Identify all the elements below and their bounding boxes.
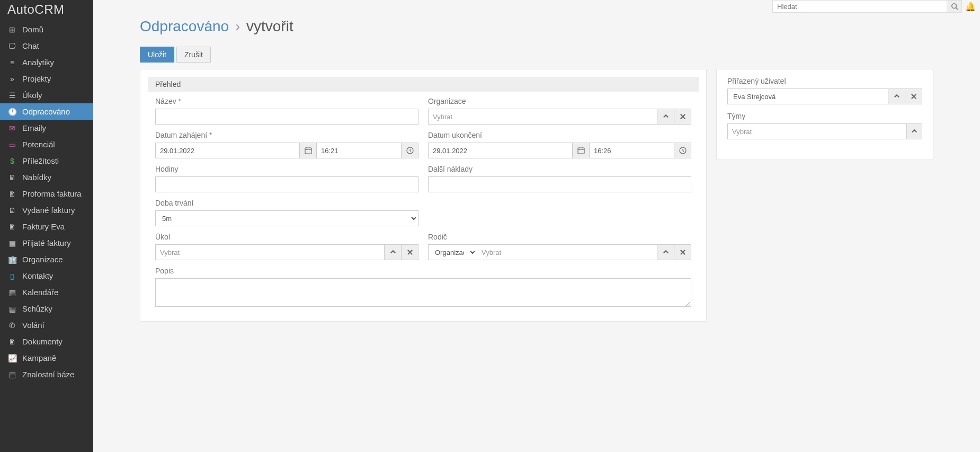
book-icon: ▤ [7, 370, 17, 379]
action-bar: Uložit Zrušit [140, 47, 933, 63]
sidebar-item-invoices-eva[interactable]: 🗎Faktury Eva [0, 218, 93, 235]
sidebar-item-label: Kampaně [22, 353, 56, 362]
sidebar-item-label: Emaily [22, 123, 46, 132]
sidebar-item-documents[interactable]: 🗎Dokumenty [0, 333, 93, 350]
contact-icon: ▯ [7, 272, 17, 280]
sidebar-item-label: Proforma faktura [22, 189, 82, 198]
chevron-up-icon [911, 128, 918, 135]
content: Odpracováno › vytvořit Uložit Zrušit Pře… [93, 13, 980, 332]
breadcrumb-separator: › [235, 18, 240, 34]
search-input[interactable] [772, 0, 947, 13]
task-clear-button[interactable] [402, 244, 418, 260]
chevron-up-icon [662, 113, 670, 120]
organization-input[interactable] [428, 109, 657, 125]
field-date-end: Datum ukončení [428, 131, 691, 158]
cancel-button[interactable]: Zrušit [176, 47, 211, 63]
building-icon: 🏢 [7, 255, 17, 264]
parent-input[interactable] [477, 244, 657, 260]
sidebar-item-projects[interactable]: »Projekty [0, 70, 93, 87]
duration-select[interactable]: 5m [155, 210, 418, 226]
task-input[interactable] [155, 244, 385, 260]
teams-lookup-button[interactable] [907, 123, 922, 139]
sidebar-item-kb[interactable]: ▤Znalostní báze [0, 366, 93, 383]
save-button[interactable]: Uložit [140, 47, 174, 63]
sidebar-item-label: Znalostní báze [22, 370, 74, 379]
search-button[interactable] [947, 0, 962, 13]
sidebar-item-accounts[interactable]: 🏢Organizace [0, 251, 93, 268]
sidebar-item-potential[interactable]: ▭Potenciál [0, 136, 93, 153]
section-title-overview: Přehled [148, 77, 699, 92]
sidebar-item-chat[interactable]: 🖵Chat [0, 38, 93, 54]
organization-lookup-button[interactable] [657, 109, 674, 125]
sidebar-item-label: Nabídky [22, 173, 51, 182]
file-icon: 🗎 [7, 223, 17, 231]
time-start-picker-button[interactable] [402, 143, 418, 158]
x-icon [406, 249, 414, 256]
label-hours: Hodiny [155, 165, 418, 173]
sidebar-item-label: Organizace [22, 255, 63, 264]
sidebar-item-emails[interactable]: ✉Emaily [0, 120, 93, 136]
sidebar-item-home[interactable]: ⊞Domů [0, 21, 93, 38]
date-start-picker-button[interactable] [300, 143, 317, 158]
breadcrumb-parent[interactable]: Odpracováno [140, 18, 229, 34]
other-costs-input[interactable] [428, 176, 691, 192]
sidebar-item-analytics[interactable]: ≡Analytiky [0, 54, 93, 70]
breadcrumb-current: vytvořit [246, 18, 293, 34]
phone-icon: ✆ [7, 321, 17, 330]
parent-type-select[interactable]: Organizace [428, 244, 477, 260]
parent-clear-button[interactable] [674, 244, 691, 260]
sidebar-item-label: Chat [22, 41, 39, 50]
date-end-input[interactable] [428, 143, 573, 158]
svg-line-1 [956, 8, 958, 10]
sidebar-item-label: Úkoly [22, 91, 42, 100]
tasks-icon: ☰ [7, 91, 17, 100]
clock-icon [679, 147, 687, 154]
name-input[interactable] [155, 109, 418, 125]
wallet-icon: ▤ [7, 239, 17, 247]
sidebar-item-label: Přijaté faktury [22, 238, 71, 247]
calendar-icon [577, 147, 585, 154]
date-start-input[interactable] [155, 143, 300, 158]
sidebar-item-tasks[interactable]: ☰Úkoly [0, 87, 93, 103]
sidebar-item-calls[interactable]: ✆Volání [0, 317, 93, 333]
notifications-icon[interactable]: 🔔 [965, 2, 976, 12]
date-end-picker-button[interactable] [573, 143, 590, 158]
projects-icon: » [7, 75, 17, 83]
teams-input[interactable] [727, 123, 907, 139]
sidebar-item-invoices-in[interactable]: ▤Přijaté faktury [0, 235, 93, 251]
mail-icon: ✉ [7, 124, 17, 132]
time-end-input[interactable] [590, 143, 674, 158]
sidebar-item-calendars[interactable]: ▦Kalendáře [0, 284, 93, 300]
file-icon: 🗎 [7, 338, 17, 346]
time-start-input[interactable] [317, 143, 402, 158]
description-textarea[interactable] [155, 278, 691, 307]
task-lookup-button[interactable] [385, 244, 402, 260]
sidebar-item-offers[interactable]: 🗎Nabídky [0, 169, 93, 185]
label-assigned-user: Přiřazený uživatel [727, 77, 922, 85]
assigned-user-clear-button[interactable] [905, 88, 922, 104]
time-end-picker-button[interactable] [674, 143, 691, 158]
label-parent: Rodič [428, 233, 691, 241]
sidebar-item-campaigns[interactable]: 📈Kampaně [0, 350, 93, 366]
sidebar-item-timelog[interactable]: 🕐Odpracováno [0, 103, 93, 120]
clock-icon: 🕐 [7, 108, 17, 116]
sidebar-item-meetings[interactable]: ▦Schůzky [0, 300, 93, 317]
x-icon [679, 113, 687, 120]
search-icon [951, 3, 958, 10]
svg-point-0 [951, 4, 956, 8]
organization-clear-button[interactable] [674, 109, 691, 125]
sidebar-item-label: Kalendáře [22, 288, 58, 297]
parent-lookup-button[interactable] [657, 244, 674, 260]
sidebar-item-label: Odpracováno [22, 107, 70, 116]
sidebar-item-contacts[interactable]: ▯Kontakty [0, 268, 93, 284]
sidebar-item-opportunities[interactable]: $Příležitosti [0, 153, 93, 169]
hours-input[interactable] [155, 176, 418, 192]
sidebar-item-invoices-out[interactable]: 🗎Vydané faktury [0, 202, 93, 218]
sidebar-item-label: Volání [22, 321, 44, 330]
sidebar-item-label: Příležitosti [22, 156, 59, 165]
label-teams: Týmy [727, 112, 922, 120]
label-duration: Doba trvání [155, 199, 418, 207]
sidebar-item-proforma[interactable]: 🗎Proforma faktura [0, 185, 93, 202]
assigned-user-lookup-button[interactable] [888, 88, 905, 104]
assigned-user-value[interactable]: Eva Strejcová [727, 88, 888, 104]
